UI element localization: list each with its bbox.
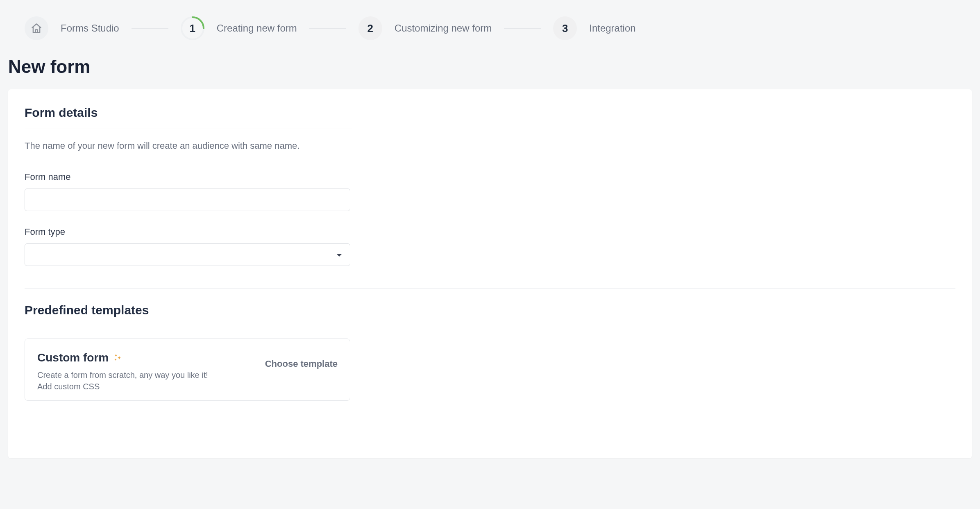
step-1-label: Creating new form bbox=[217, 23, 297, 34]
home-icon bbox=[31, 23, 42, 34]
template-title: Custom form bbox=[37, 351, 109, 364]
main-card: Form details The name of your new form w… bbox=[8, 89, 972, 458]
step-2-circle: 2 bbox=[358, 16, 382, 40]
step-2-number: 2 bbox=[368, 22, 373, 35]
step-3-circle: 3 bbox=[553, 16, 577, 40]
stepper-home-label: Forms Studio bbox=[61, 23, 119, 34]
stepper-separator bbox=[309, 28, 346, 29]
templates-heading: Predefined templates bbox=[25, 303, 955, 317]
step-2-label: Customizing new form bbox=[395, 23, 492, 34]
form-type-select[interactable] bbox=[25, 243, 350, 266]
sparkle-icon bbox=[113, 353, 122, 363]
step-1-circle: 1 bbox=[181, 16, 204, 40]
form-name-input[interactable] bbox=[25, 189, 350, 211]
form-name-label: Form name bbox=[25, 172, 955, 182]
choose-template-button[interactable]: Choose template bbox=[265, 351, 338, 369]
step-3-number: 3 bbox=[562, 22, 568, 35]
section-divider bbox=[25, 129, 352, 129]
stepper-step-3[interactable]: 3 Integration bbox=[553, 16, 635, 40]
form-details-description: The name of your new form will create an… bbox=[25, 141, 955, 151]
page-title: New form bbox=[8, 57, 972, 77]
form-type-label: Form type bbox=[25, 227, 955, 237]
home-icon-circle bbox=[25, 16, 48, 40]
form-name-field: Form name bbox=[25, 172, 955, 211]
template-description: Create a form from scratch, any way you … bbox=[37, 369, 218, 392]
stepper-separator bbox=[504, 28, 541, 29]
form-details-heading: Form details bbox=[25, 106, 955, 120]
form-type-field: Form type bbox=[25, 227, 955, 266]
stepper: Forms Studio 1 Creating new form 2 Custo… bbox=[8, 0, 972, 52]
stepper-step-2[interactable]: 2 Customizing new form bbox=[358, 16, 492, 40]
step-3-label: Integration bbox=[589, 23, 635, 34]
stepper-home[interactable]: Forms Studio bbox=[25, 16, 119, 40]
step-1-number: 1 bbox=[189, 22, 195, 35]
section-divider bbox=[25, 289, 955, 289]
stepper-step-1[interactable]: 1 Creating new form bbox=[181, 16, 297, 40]
template-card-custom: Custom form Create a form from scratch, … bbox=[25, 339, 350, 401]
stepper-separator bbox=[132, 28, 168, 29]
